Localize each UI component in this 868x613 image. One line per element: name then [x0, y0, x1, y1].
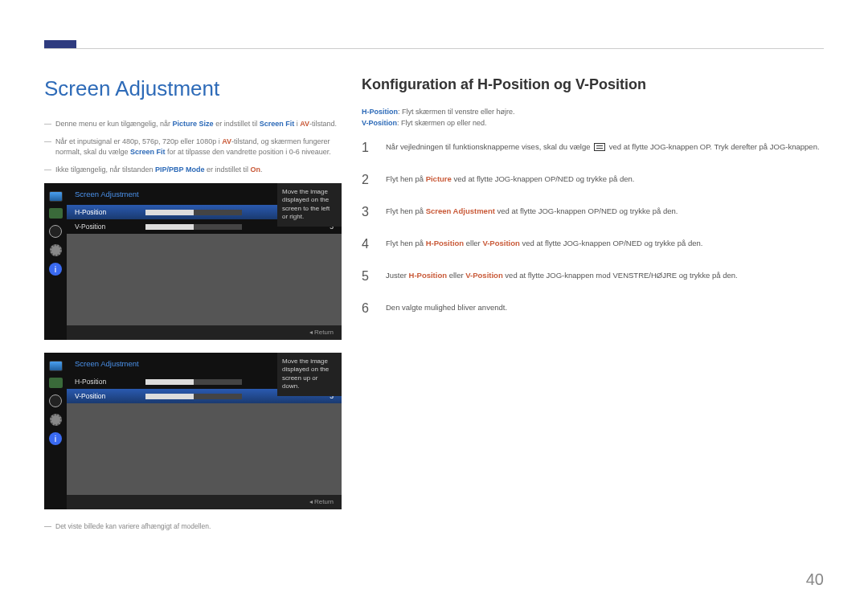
info-icon: i [49, 263, 62, 276]
menu-icon [594, 143, 605, 151]
step-text: Når vejledningen til funktionsknapperne … [386, 138, 820, 157]
slider-fill [145, 394, 194, 399]
osd-row-label: V-Position [75, 392, 139, 400]
info-icon: i [49, 432, 62, 445]
step-item: 3Flyt hen på Screen Adjustment ved at fl… [362, 202, 824, 222]
picture-icon [49, 378, 63, 388]
osd-return: Return [67, 495, 342, 509]
slider-fill [145, 210, 194, 215]
step-number: 1 [362, 138, 375, 157]
gear-icon [50, 414, 62, 426]
slider-track [145, 379, 242, 385]
page-number: 40 [806, 570, 824, 589]
step-number: 5 [362, 267, 375, 286]
ring-icon [49, 394, 62, 407]
header-accent [44, 40, 76, 48]
step-text: Juster H-Position eller V-Position ved a… [386, 267, 738, 286]
ring-icon [49, 225, 62, 238]
slider-fill [145, 224, 194, 230]
subsection-heading: Konfiguration af H-Position og V-Positio… [362, 76, 824, 93]
slider-track [145, 224, 242, 230]
picture-icon [49, 208, 63, 219]
monitor-icon [49, 361, 63, 371]
osd-help: Move the image displayed on the screen u… [277, 353, 342, 396]
osd-sidebar: i [44, 353, 67, 509]
footnote: Det viste billede kan variere afhængigt … [44, 522, 342, 530]
osd-sidebar: i [44, 183, 67, 340]
note-item: Denne menu er kun tilgængelig, når Pictu… [44, 119, 342, 130]
note-list: Denne menu er kun tilgængelig, når Pictu… [44, 119, 342, 175]
osd-screenshot-1: i Screen Adjustment H-Position3V-Positio… [44, 183, 342, 340]
note-item: Når et inputsignal er 480p, 576p, 720p e… [44, 137, 342, 158]
slider-track [145, 210, 242, 215]
step-text: Flyt hen på Screen Adjustment ved at fly… [386, 202, 678, 222]
header-rule [44, 48, 824, 49]
step-item: 6Den valgte mulighed bliver anvendt. [362, 299, 824, 318]
step-number: 3 [362, 202, 375, 222]
step-item: 4Flyt hen på H-Position eller V-Position… [362, 235, 824, 254]
section-heading: Screen Adjustment [44, 76, 342, 101]
left-column: Screen Adjustment Denne menu er kun tilg… [44, 76, 342, 530]
step-item: 1Når vejledningen til funktionsknapperne… [362, 138, 824, 157]
field-description: V-Position: Flyt skærmen op eller ned. [362, 119, 824, 127]
step-item: 5Juster H-Position eller V-Position ved … [362, 267, 824, 286]
osd-row-label: H-Position [75, 208, 139, 216]
step-list: 1Når vejledningen til funktionsknapperne… [362, 138, 824, 318]
step-text: Flyt hen på Picture ved at flytte JOG-kn… [386, 170, 634, 190]
osd-row-label: V-Position [75, 223, 139, 231]
note-item: Ikke tilgængelig, når tilstanden PIP/PBP… [44, 165, 342, 176]
osd-screenshot-2: i Screen Adjustment H-Position3V-Positio… [44, 353, 342, 509]
osd-row-label: H-Position [75, 378, 139, 386]
step-number: 6 [362, 299, 375, 318]
osd-help: Move the image displayed on the screen t… [277, 183, 342, 227]
monitor-icon [49, 191, 63, 202]
step-item: 2Flyt hen på Picture ved at flytte JOG-k… [362, 170, 824, 190]
right-column: Konfiguration af H-Position og V-Positio… [362, 76, 824, 331]
slider-track [145, 394, 242, 399]
step-text: Den valgte mulighed bliver anvendt. [386, 299, 507, 318]
osd-return: Return [67, 325, 342, 340]
slider-fill [145, 379, 194, 385]
gear-icon [50, 244, 62, 256]
field-description: H-Position: Flyt skærmen til venstre ell… [362, 108, 824, 116]
step-text: Flyt hen på H-Position eller V-Position … [386, 235, 702, 254]
step-number: 2 [362, 170, 375, 190]
step-number: 4 [362, 235, 375, 254]
